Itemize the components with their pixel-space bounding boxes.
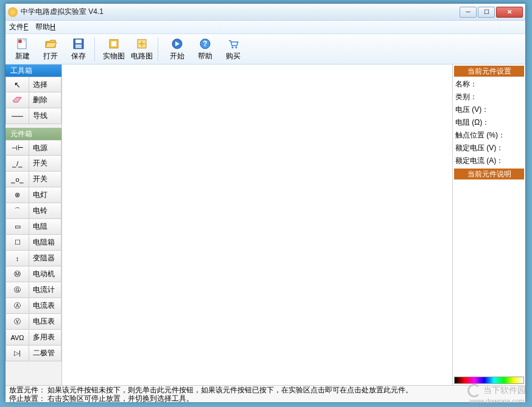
toolbox-list: ↖选择 删除 ──导线 [5, 77, 61, 124]
component-symbol-icon: Ⓥ [6, 314, 29, 329]
component-symbol-icon: ⎯o⎯ [6, 172, 29, 187]
component-symbol-icon: ⊣⊢ [6, 141, 29, 155]
left-panel: 工具箱 ↖选择 删除 ──导线 元件箱 ⊣⊢电源⎯/⎯开关⎯o⎯开关⊗电灯⌒电铃… [5, 64, 62, 385]
component-11[interactable]: Ⓥ电压表 [5, 314, 61, 330]
component-label: 开关 [29, 174, 47, 184]
component-label: 变阻器 [29, 253, 55, 263]
component-label: 电铃 [29, 206, 47, 216]
toolbar: 新建 打开 保存 实物图 电路图 开始 ? 帮助 购买 [5, 34, 525, 64]
component-5[interactable]: ▭电阻 [5, 219, 61, 235]
titlebar[interactable]: 中学电路虚拟实验室 V4.1 ─ ☐ ✕ [5, 4, 525, 21]
prop-contact: 触点位置 (%)： [453, 129, 525, 142]
watermark-url: www.downxia.com [470, 397, 525, 405]
real-view-icon [107, 37, 121, 50]
component-symbol-icon: ⌒ [6, 203, 29, 218]
toolbar-separator [158, 37, 161, 61]
toolbar-separator [94, 37, 98, 61]
component-3[interactable]: ⊗电灯 [5, 187, 61, 203]
component-9[interactable]: Ⓖ电流计 [5, 282, 61, 298]
toolbar-buy-button[interactable]: 购买 [220, 36, 247, 63]
app-icon [8, 7, 18, 17]
eraser-icon [6, 92, 29, 108]
new-file-icon [16, 37, 29, 50]
toolbar-realview-button[interactable]: 实物图 [100, 36, 127, 63]
prop-rated-v: 额定电压 (V)： [453, 142, 525, 155]
component-symbol-icon: ▷| [6, 346, 29, 361]
close-button[interactable]: ✕ [496, 7, 523, 18]
svg-text:?: ? [203, 40, 207, 48]
component-label: 电压表 [29, 316, 55, 327]
content-area: 工具箱 ↖选择 删除 ──导线 元件箱 ⊣⊢电源⎯/⎯开关⎯o⎯开关⊗电灯⌒电铃… [5, 64, 525, 385]
component-label: 电源 [29, 143, 47, 153]
toolbar-start-button[interactable]: 开始 [164, 36, 191, 63]
tool-wire[interactable]: ──导线 [5, 108, 61, 124]
component-label: 二极管 [29, 348, 55, 358]
menu-file[interactable]: 文件F [9, 22, 28, 32]
component-label: 电流计 [29, 285, 55, 295]
component-symbol-icon: Ⓜ [6, 266, 29, 282]
component-label: 电动机 [29, 269, 55, 279]
component-6[interactable]: ☐电阻箱 [5, 235, 61, 251]
prop-category: 类别： [453, 91, 525, 103]
maximize-button[interactable]: ☐ [478, 7, 495, 18]
watermark-logo-icon [467, 384, 481, 397]
component-4[interactable]: ⌒电铃 [5, 203, 61, 219]
canvas-workspace[interactable] [62, 64, 452, 385]
component-13[interactable]: ▷|二极管 [5, 346, 61, 361]
svg-point-12 [236, 46, 237, 48]
svg-rect-6 [111, 41, 116, 46]
status-line-2: 停止放置： 右击实验区可停止放置，并切换到选择工具。 [9, 394, 522, 403]
component-8[interactable]: Ⓜ电动机 [5, 266, 61, 282]
tool-delete[interactable]: 删除 [5, 92, 61, 108]
svg-rect-3 [75, 40, 82, 43]
component-symbol-icon: ▭ [6, 219, 29, 234]
svg-rect-4 [75, 44, 82, 48]
component-label: 电流表 [29, 301, 55, 311]
component-symbol-icon: ↕ [6, 251, 29, 266]
tool-select[interactable]: ↖选择 [5, 77, 61, 92]
toolbar-new-button[interactable]: 新建 [9, 36, 36, 63]
component-symbol-icon: Ⓐ [6, 298, 29, 313]
component-label: 开关 [29, 158, 47, 169]
component-10[interactable]: Ⓐ电流表 [5, 298, 61, 314]
toolbar-help-button[interactable]: ? 帮助 [192, 36, 219, 63]
component-label: 电灯 [29, 190, 47, 200]
component-1[interactable]: ⎯/⎯开关 [5, 156, 61, 172]
component-label: 电阻箱 [29, 237, 55, 248]
component-7[interactable]: ↕变阻器 [5, 251, 61, 266]
menu-help[interactable]: 帮助H [35, 22, 55, 32]
help-icon: ? [198, 37, 212, 50]
toolbar-circuit-button[interactable]: 电路图 [128, 36, 155, 63]
start-icon [170, 37, 184, 50]
description-header: 当前元件说明 [454, 169, 524, 179]
app-window: 中学电路虚拟实验室 V4.1 ─ ☐ ✕ 文件F 帮助H 新建 打开 保存 实物… [5, 3, 526, 402]
prop-voltage: 电压 (V)： [453, 103, 525, 116]
status-line-1: 放置元件： 如果该元件按钮未按下，则先单击此元件按钮，如果该元件按钮已按下，在实… [9, 386, 522, 394]
component-2[interactable]: ⎯o⎯开关 [5, 172, 61, 187]
component-symbol-icon: ☐ [6, 235, 29, 250]
svg-point-1 [18, 40, 22, 43]
component-symbol-icon: ⊗ [6, 187, 29, 203]
component-list: ⊣⊢电源⎯/⎯开关⎯o⎯开关⊗电灯⌒电铃▭电阻☐电阻箱↕变阻器Ⓜ电动机Ⓖ电流计Ⓐ… [5, 140, 61, 361]
prop-resistance: 电阻 (Ω)： [453, 116, 525, 129]
toolbar-open-button[interactable]: 打开 [37, 36, 64, 63]
open-folder-icon [44, 37, 57, 50]
right-panel: 当前元件设置 名称： 类别： 电压 (V)： 电阻 (Ω)： 触点位置 (%)：… [452, 64, 525, 385]
wire-icon: ── [6, 108, 29, 123]
toolbar-save-button[interactable]: 保存 [65, 36, 92, 63]
minimize-button[interactable]: ─ [460, 7, 477, 18]
statusbar: 放置元件： 如果该元件按钮未按下，则先单击此元件按钮，如果该元件按钮已按下，在实… [5, 385, 525, 402]
toolbox-header: 工具箱 [5, 64, 61, 77]
component-symbol-icon: Ⓖ [6, 282, 29, 297]
watermark: 当下软件园 [467, 384, 526, 397]
cart-icon [226, 37, 240, 50]
cursor-icon: ↖ [6, 77, 29, 92]
svg-point-11 [232, 46, 234, 48]
component-12[interactable]: AVΩ多用表 [5, 330, 61, 346]
component-symbol-icon: ⎯/⎯ [6, 156, 29, 171]
circuit-icon [135, 37, 149, 50]
color-picker[interactable] [454, 377, 524, 384]
component-0[interactable]: ⊣⊢电源 [5, 140, 61, 156]
componentbox-header: 元件箱 [5, 128, 61, 140]
component-label: 电阻 [29, 221, 47, 232]
